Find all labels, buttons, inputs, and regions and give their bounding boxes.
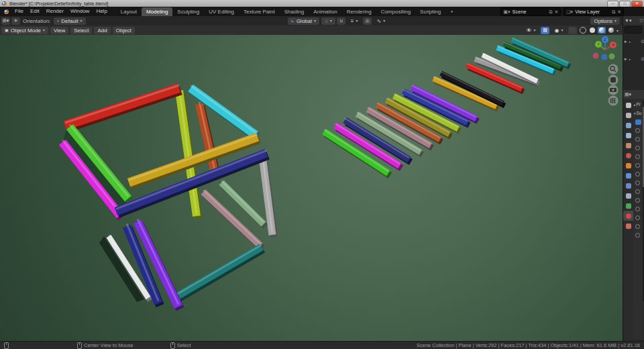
gizmos-toggle-icon[interactable]: ⬚ [568,27,577,34]
properties-editor-icon[interactable]: ▤▾ [625,92,631,97]
material-icon [626,213,631,219]
properties-tab-render[interactable] [623,110,633,120]
outliner-row[interactable]: ▸▪⊙ [625,38,644,46]
bar-teal[interactable] [176,247,262,297]
properties-tab-scene[interactable] [623,140,633,150]
menu-file[interactable]: File [11,7,27,16]
value-slider[interactable] [633,126,642,135]
new-scene-icon[interactable]: ⧉ [549,9,552,15]
render-icon [626,113,631,118]
viewport-menu-add[interactable]: Add [94,27,110,34]
properties-tab-object[interactable] [623,160,633,170]
value-slider[interactable] [633,161,642,170]
value-slider[interactable] [633,179,642,187]
eye-icon[interactable]: ⊙ [641,39,644,44]
shading-material-icon[interactable] [598,27,606,34]
options-dropdown[interactable]: Options ▾ [590,17,620,25]
properties-tab-physics[interactable] [623,181,633,191]
scene-render [0,35,623,341]
value-slider[interactable] [633,222,642,231]
value-slider[interactable] [633,213,642,222]
3d-viewport[interactable]: YZX [0,35,623,341]
editor-type-icon[interactable]: ⊞▾ [1,17,10,25]
scene-selector[interactable]: ▣▾ Scene ⧉ ✕ [500,7,561,16]
properties-tab-tool[interactable] [623,100,633,110]
tab-uv-editing[interactable]: UV Editing [204,7,239,16]
tab-rendering[interactable]: Rendering [342,7,376,16]
properties-tab-material[interactable] [623,211,633,221]
visibility-dropdown[interactable]: 👁▾ [523,27,539,34]
menu-edit[interactable]: Edit [27,7,43,16]
properties-tab-output[interactable] [623,120,633,130]
view-layer-icon: ❏▾ [566,9,573,15]
view-layer-selector[interactable]: ❏▾ View Layer ⧉ ✕ [564,7,624,16]
remove-view-layer-icon[interactable]: ✕ [617,9,621,15]
value-slider[interactable] [633,205,642,213]
menu-help[interactable]: Help [93,7,110,16]
viewport-menu-view[interactable]: View [50,27,68,34]
shading-wireframe-icon[interactable] [579,27,587,34]
properties-tab-world[interactable] [623,150,633,160]
value-slider[interactable] [633,170,642,179]
properties-tab-texture[interactable] [623,221,633,231]
filter-icon[interactable]: ▼▾ [625,18,631,23]
properties-tab-view-layer[interactable] [623,130,633,140]
viewport-menu-object[interactable]: Object [113,27,135,34]
bar-red[interactable] [65,88,179,126]
tab-sculpting[interactable]: Sculpting [172,7,204,16]
mode-dropdown[interactable]: ▣ Object Mode ▾ [1,27,48,34]
value-slider[interactable] [633,152,642,161]
value-slider[interactable] [633,144,642,152]
move-tool-icon[interactable]: ✛ [11,17,20,25]
add-workspace-button[interactable]: + [445,7,458,16]
tab-animation[interactable]: Animation [309,7,342,16]
overlays-dropdown[interactable]: ◉▾ [551,27,566,34]
topbar: FileEditRenderWindowHelp LayoutModelingS… [0,7,644,16]
xray-toggle-icon[interactable]: ▨ [541,27,549,34]
tab-scripting[interactable]: Scripting [415,7,445,16]
tab-modeling[interactable]: Modeling [142,7,172,16]
bar-mauve[interactable] [203,192,260,246]
viewport-menus: ViewSelectAddObject [50,27,136,34]
bar-lime-highlight [179,89,197,214]
properties-tab-modifiers[interactable] [623,170,633,181]
proportional-falloff-dropdown[interactable]: ∿▾ [373,17,388,25]
tab-shading[interactable]: Shading [280,7,309,16]
properties-tab-object-data[interactable] [623,201,633,211]
snap-dropdown[interactable]: ≡▾ [347,17,362,25]
object-icon: ▪ [629,40,631,44]
blender-window: Blender* [C:\Projekte\Detlef\infinity_ta… [0,0,644,349]
proportional-edit-icon[interactable]: ◎ [363,17,372,25]
viewport-menu-select[interactable]: Select [70,27,92,34]
dark-face-left [62,129,127,215]
unlink-scene-icon[interactable]: ✕ [554,9,558,15]
disclosure-icon[interactable]: ▸ [625,39,627,44]
menu-window[interactable]: Window [67,7,93,16]
lock-icon[interactable]: ⛉ [640,18,643,23]
outliner-search-input[interactable] [625,26,642,34]
shader-node-icon[interactable] [633,117,642,126]
blender-menu-icon[interactable] [4,9,9,14]
bar-teal-highlight [176,245,262,295]
value-slider[interactable] [633,135,642,144]
pivot-point-dropdown[interactable]: ◌▾ [321,17,335,25]
value-slider[interactable] [633,196,642,205]
shading-solid-icon[interactable] [588,27,596,34]
menu-render[interactable]: Render [43,7,67,16]
value-slider[interactable] [633,231,642,240]
eye-icon[interactable]: ⊙ [641,56,644,62]
snap-toggle-icon[interactable]: ∪ [337,17,345,25]
tab-texture-paint[interactable]: Texture Paint [239,7,280,16]
orientation-dropdown[interactable]: ⌖ Default ▾ [54,17,86,25]
new-view-layer-icon[interactable]: ⧉ [612,9,615,15]
outliner-row[interactable]: ▸▪⊙ [625,55,644,63]
panel-section[interactable]: ▾Su [633,109,642,117]
transform-orientation-dropdown[interactable]: ⊾ Global ▾ [288,17,319,25]
value-slider[interactable] [633,187,642,196]
disclosure-icon[interactable]: ▸ [625,56,627,62]
tab-compositing[interactable]: Compositing [376,7,415,16]
properties-tab-constraints[interactable] [623,191,633,201]
panel-section[interactable]: ▸Pr [633,100,642,109]
tab-layout[interactable]: Layout [116,7,142,16]
shading-rendered-icon[interactable] [607,27,615,34]
